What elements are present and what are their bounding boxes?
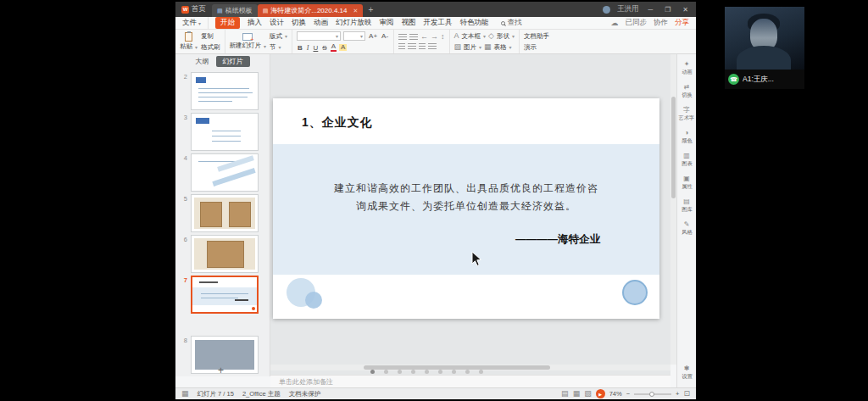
format-painter-button[interactable]: 格式刷 bbox=[201, 43, 220, 52]
progress-dot[interactable] bbox=[479, 370, 483, 374]
line-spacing-icon[interactable]: ↕ bbox=[441, 33, 445, 41]
italic-button[interactable]: I bbox=[306, 44, 310, 52]
sidebar-item-chart[interactable]: ▥图表 bbox=[682, 153, 693, 168]
outdent-icon[interactable]: ← bbox=[420, 33, 428, 41]
slide-thumbnail-7-active[interactable] bbox=[191, 276, 259, 314]
zoom-in-button[interactable]: + bbox=[676, 390, 679, 398]
sidebar-item-animation[interactable]: ✦动画 bbox=[682, 61, 693, 76]
user-avatar[interactable] bbox=[603, 6, 610, 14]
sidebar-item-wordart[interactable]: 字艺术字 bbox=[678, 107, 695, 122]
insert-table-button[interactable]: ▦表格▾ bbox=[484, 43, 512, 52]
slides-view-tab[interactable]: 幻灯片 bbox=[216, 56, 250, 67]
vertical-scrollbar-thumb[interactable] bbox=[671, 97, 676, 198]
align-center-icon[interactable] bbox=[408, 43, 416, 50]
bold-button[interactable]: B bbox=[297, 44, 303, 52]
progress-dot[interactable] bbox=[398, 370, 402, 374]
sidebar-item-gallery[interactable]: ▤图库 bbox=[682, 198, 693, 214]
protect-status[interactable]: 文档未保护 bbox=[289, 390, 321, 398]
slide-thumbnail-2[interactable] bbox=[191, 72, 259, 110]
underline-button[interactable]: U bbox=[313, 44, 320, 52]
tab-devtools[interactable]: 开发工具 bbox=[424, 18, 453, 28]
progress-dot[interactable] bbox=[425, 370, 429, 374]
font-family-select[interactable]: ▾ bbox=[297, 31, 341, 41]
sidebar-item-properties[interactable]: ▣属性 bbox=[682, 175, 693, 191]
share-button[interactable]: 分享 bbox=[675, 18, 689, 28]
decrease-font-button[interactable]: A- bbox=[381, 32, 389, 40]
notes-bar[interactable]: 单击此处添加备注 bbox=[270, 375, 670, 387]
tab-review[interactable]: 审阅 bbox=[380, 18, 394, 28]
document-tab-template[interactable]: ▤ 稿纸模板 bbox=[212, 4, 258, 17]
indent-icon[interactable]: → bbox=[431, 33, 438, 41]
sidebar-item-transition[interactable]: ⇄切换 bbox=[682, 84, 693, 99]
progress-dot[interactable] bbox=[384, 370, 388, 374]
current-slide[interactable]: 1、企业文化 建立和谐高效的工作团队、出具品质优良的工程造价咨 询成果文件、为委… bbox=[273, 98, 659, 319]
sidebar-item-color[interactable]: ◑颜色 bbox=[682, 130, 693, 145]
progress-dot[interactable] bbox=[465, 370, 470, 374]
restore-button[interactable]: ❐ bbox=[662, 6, 673, 14]
close-button[interactable]: ✕ bbox=[680, 6, 691, 14]
slide-thumbnail-4[interactable] bbox=[191, 153, 259, 192]
sidebar-item-settings[interactable]: ✱设置 bbox=[682, 365, 693, 381]
file-menu[interactable]: 文件 ▾ bbox=[175, 17, 209, 29]
home-tab[interactable]: W 首页 bbox=[175, 2, 212, 17]
new-tab-button[interactable]: + bbox=[363, 5, 378, 14]
insert-picture-button[interactable]: ▨图片▾ bbox=[454, 43, 482, 52]
progress-dot[interactable] bbox=[411, 370, 415, 374]
sidebar-item-style[interactable]: ✎风格 bbox=[682, 221, 693, 237]
play-slideshow-button[interactable]: ▶ bbox=[596, 389, 605, 398]
zoom-out-button[interactable]: − bbox=[626, 390, 630, 398]
tab-animation[interactable]: 动画 bbox=[314, 18, 328, 28]
document-tab-active[interactable]: ▤ 海特建设简介...2020.4.14 ✕ bbox=[258, 4, 364, 17]
search-command[interactable]: 查找 bbox=[501, 18, 522, 28]
insert-textbox-button[interactable]: A文本框▾ bbox=[454, 32, 487, 41]
tab-slideshow[interactable]: 幻灯片放映 bbox=[336, 18, 372, 28]
highlight-button[interactable]: A bbox=[339, 44, 347, 52]
doc-assistant-button[interactable]: 文档助手 bbox=[524, 32, 549, 41]
layout-button[interactable]: 版式▾ bbox=[270, 32, 287, 41]
normal-view-icon[interactable]: ▤ bbox=[561, 390, 569, 398]
tab-design[interactable]: 设计 bbox=[270, 18, 284, 28]
strikethrough-button[interactable]: S bbox=[321, 44, 327, 52]
slide-thumbnail-6[interactable] bbox=[191, 235, 259, 273]
tab-start[interactable]: 开始 bbox=[215, 17, 240, 29]
tab-transition[interactable]: 切换 bbox=[292, 18, 306, 28]
align-right-icon[interactable] bbox=[419, 43, 426, 50]
sorter-view-icon[interactable]: ▦ bbox=[573, 390, 581, 398]
minimize-button[interactable]: ─ bbox=[645, 6, 655, 14]
increase-font-button[interactable]: A+ bbox=[368, 32, 378, 40]
sync-status[interactable]: 已同步 bbox=[626, 18, 648, 28]
font-color-button[interactable]: A bbox=[331, 43, 337, 52]
paste-button[interactable]: 粘贴▾ bbox=[180, 32, 198, 51]
insert-shape-button[interactable]: ◇形状▾ bbox=[488, 32, 515, 41]
new-slide-button[interactable]: 新建幻灯片▾ bbox=[230, 33, 267, 50]
close-tab-icon[interactable]: ✕ bbox=[353, 8, 359, 14]
progress-dot[interactable] bbox=[370, 370, 375, 374]
outline-view-tab[interactable]: 大纲 bbox=[196, 57, 209, 66]
slide-thumbnail-8[interactable] bbox=[191, 336, 259, 374]
bullet-list-icon[interactable] bbox=[398, 34, 407, 41]
slide-thumbnail-3[interactable] bbox=[191, 113, 259, 151]
slide-body-text[interactable]: 建立和谐高效的工作团队、出具品质优良的工程造价咨 询成果文件、为委托单位创造最大… bbox=[297, 180, 636, 215]
vertical-scrollbar[interactable] bbox=[670, 54, 676, 365]
align-left-icon[interactable] bbox=[398, 43, 405, 50]
add-slide-button[interactable]: + bbox=[218, 365, 224, 376]
slide-thumbnail-5[interactable] bbox=[191, 194, 259, 232]
present-button[interactable]: 演示 bbox=[524, 43, 549, 52]
slide-signature[interactable]: ————海特企业 bbox=[515, 232, 600, 247]
numbered-list-icon[interactable] bbox=[409, 34, 418, 41]
justify-icon[interactable] bbox=[428, 43, 437, 50]
theme-name[interactable]: 2_Office 主题 bbox=[242, 390, 281, 398]
tab-insert[interactable]: 插入 bbox=[248, 18, 262, 28]
tab-features[interactable]: 特色功能 bbox=[460, 18, 489, 28]
fit-screen-icon[interactable]: ⊡ bbox=[683, 390, 690, 398]
progress-dot[interactable] bbox=[452, 370, 456, 374]
collab-button[interactable]: 协作 bbox=[654, 18, 668, 28]
section-button[interactable]: 节▾ bbox=[270, 43, 287, 52]
font-size-select[interactable]: ▾ bbox=[343, 31, 365, 41]
copy-button[interactable]: 复制 bbox=[201, 32, 220, 41]
zoom-slider[interactable] bbox=[634, 393, 671, 395]
video-call-overlay[interactable]: ☎ A1:王庆... bbox=[725, 7, 804, 89]
progress-dot[interactable] bbox=[438, 370, 442, 374]
reading-view-icon[interactable]: ▧ bbox=[584, 390, 592, 398]
user-name[interactable]: 王洪用 bbox=[617, 4, 639, 14]
